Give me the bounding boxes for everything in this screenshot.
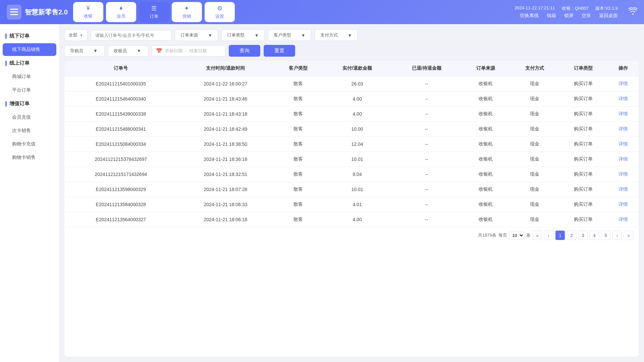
cell-customer-type: 散客 (274, 197, 323, 212)
detail-link[interactable]: 详情 (619, 201, 628, 207)
cell-refund-amount: -- (392, 137, 461, 152)
order-type-filter[interactable]: 订单类型 ▼ (221, 29, 265, 41)
tab-member[interactable]: ♦ 会员 (106, 2, 136, 22)
table-header-row: 订单号 支付时间/退款时间 客户类型 实付/退款金额 已退/待退金额 订单来源 … (64, 61, 639, 76)
tab-marketing-label: 营销 (182, 13, 191, 19)
svg-rect-1 (10, 11, 18, 12)
detail-link[interactable]: 详情 (619, 111, 628, 116)
customer-type-filter[interactable]: 客户类型 ▼ (268, 29, 311, 41)
tab-cashier[interactable]: ¥ 收银 (73, 2, 103, 22)
cell-payment: 现金 (510, 167, 559, 182)
cashier-label: 收银员 (114, 48, 127, 54)
cell-refund-amount: -- (392, 197, 461, 212)
detail-link[interactable]: 详情 (619, 81, 628, 86)
sidebar-item-member-recharge[interactable]: 会员充值 (3, 111, 56, 124)
cell-action: 详情 (608, 76, 639, 92)
table-row: E202411213564000327 2024-11-21 18:06:18 … (64, 212, 639, 227)
table-row: E202411213598000329 2024-11-21 18:07:28 … (64, 182, 639, 197)
cell-order-no: E202411215084000334 (64, 137, 177, 152)
page-first-btn[interactable]: « (533, 231, 542, 240)
sidebar-item-shopping-card-sale[interactable]: 购物卡销售 (3, 151, 56, 164)
page-5-btn[interactable]: 5 (601, 231, 610, 240)
query-button[interactable]: 查询 (229, 45, 260, 57)
page-2-btn[interactable]: 2 (567, 231, 576, 240)
cell-action: 详情 (608, 107, 639, 122)
header-actions: 切换离线 钱箱 锁屏 交班 返回桌面 (520, 13, 618, 19)
cell-payment: 现金 (510, 76, 559, 92)
col-customer-type: 客户类型 (274, 61, 323, 76)
cell-payment: 现金 (510, 122, 559, 137)
cashier-icon: ¥ (87, 5, 90, 12)
cell-order-no: E202411215439000338 (64, 107, 177, 122)
reset-button[interactable]: 重置 (264, 45, 295, 57)
cashier-filter[interactable]: 收银员 ▼ (108, 45, 148, 57)
detail-link[interactable]: 详情 (619, 156, 628, 162)
order-source-filter[interactable]: 订单来源 ▼ (175, 29, 218, 41)
date-range-picker[interactable]: 📅 开始日期 - 结束日期 (152, 45, 225, 57)
page-prev-btn[interactable]: ‹ (544, 231, 553, 240)
detail-link[interactable]: 详情 (619, 171, 628, 177)
page-4-btn[interactable]: 4 (590, 231, 599, 240)
per-page-select[interactable]: 10 20 50 (509, 232, 524, 239)
logo-area: 智慧新零售2.0 (7, 5, 68, 19)
detail-link[interactable]: 详情 (619, 141, 628, 146)
sidebar-item-mall-order[interactable]: 商城订单 (3, 70, 56, 83)
svg-rect-0 (10, 9, 18, 10)
cell-source: 收银机 (461, 76, 510, 92)
shift-btn[interactable]: 交班 (582, 13, 591, 19)
cashier-arrow: ▼ (137, 48, 141, 53)
search-input[interactable] (91, 30, 171, 41)
guide-filter[interactable]: 导购员 ▼ (64, 45, 105, 57)
cell-source: 收银机 (461, 107, 510, 122)
cash-drawer-btn[interactable]: 钱箱 (547, 13, 556, 19)
status-filter[interactable]: 全部 ▼ (64, 29, 88, 41)
status-filter-arrow: ▼ (79, 33, 83, 37)
svg-rect-2 (10, 14, 18, 15)
detail-link[interactable]: 详情 (619, 96, 628, 101)
settings-icon: ⚙ (217, 5, 222, 12)
tab-marketing[interactable]: ✦ 营销 (172, 2, 202, 22)
cell-customer-type: 散客 (274, 122, 323, 137)
cell-action: 详情 (608, 137, 639, 152)
page-last-btn[interactable]: » (624, 231, 633, 240)
sidebar-item-times-card[interactable]: 次卡销售 (3, 124, 56, 137)
tab-settings[interactable]: ⚙ 设置 (205, 2, 235, 22)
switch-offline-btn[interactable]: 切换离线 (520, 13, 539, 19)
sidebar-item-offline-goods[interactable]: 线下商品销售 (3, 43, 56, 56)
sidebar-item-platform-order[interactable]: 平台订单 (3, 84, 56, 97)
cell-source: 收银机 (461, 137, 510, 152)
col-time: 支付时间/退款时间 (177, 61, 274, 76)
page-next-btn[interactable]: › (612, 231, 622, 240)
cell-order-no: E202411213584000328 (64, 197, 177, 212)
date-separator: - (185, 48, 186, 53)
filter-row-2: 导购员 ▼ 收银员 ▼ 📅 开始日期 - 结束日期 查询 重置 (64, 45, 639, 57)
detail-link[interactable]: 详情 (619, 186, 628, 192)
payment-method-arrow: ▼ (348, 33, 352, 38)
cell-source: 收银机 (461, 122, 510, 137)
page-1-btn[interactable]: 1 (555, 231, 565, 240)
cell-refund-amount: -- (392, 92, 461, 107)
col-order-type: 订单类型 (559, 61, 608, 76)
tab-order[interactable]: ☰ 订单 (139, 2, 169, 22)
sidebar-item-shopping-card-recharge[interactable]: 购物卡充值 (3, 138, 56, 150)
filter-row-1: 全部 ▼ 订单来源 ▼ 订单类型 ▼ 客户类型 ▼ 支付方式 ▼ (64, 29, 639, 41)
marketing-icon: ✦ (184, 5, 189, 12)
cell-source: 收银机 (461, 92, 510, 107)
detail-link[interactable]: 详情 (619, 126, 628, 131)
table-row: E202411215401000335 2024-11-22 16:00:27 … (64, 76, 639, 92)
table-row: E202411215439000338 2024-11-21 18:43:18 … (64, 107, 639, 122)
detail-link[interactable]: 详情 (619, 217, 628, 222)
cell-order-no: 20241121215171432694 (64, 167, 177, 182)
col-amount: 实付/退款金额 (323, 61, 392, 76)
page-3-btn[interactable]: 3 (578, 231, 588, 240)
per-page-label: 每页 (498, 232, 507, 238)
lock-screen-btn[interactable]: 锁屏 (564, 13, 574, 19)
cell-order-no: E202411213564000327 (64, 212, 177, 227)
cell-refund-amount: -- (392, 182, 461, 197)
back-desktop-btn[interactable]: 返回桌面 (599, 13, 618, 19)
cell-payment: 现金 (510, 137, 559, 152)
version: 版本:V2.1.9 (595, 5, 618, 11)
cell-refund-amount: -- (392, 212, 461, 227)
cell-refund-amount: -- (392, 76, 461, 92)
payment-method-filter[interactable]: 支付方式 ▼ (315, 29, 358, 41)
